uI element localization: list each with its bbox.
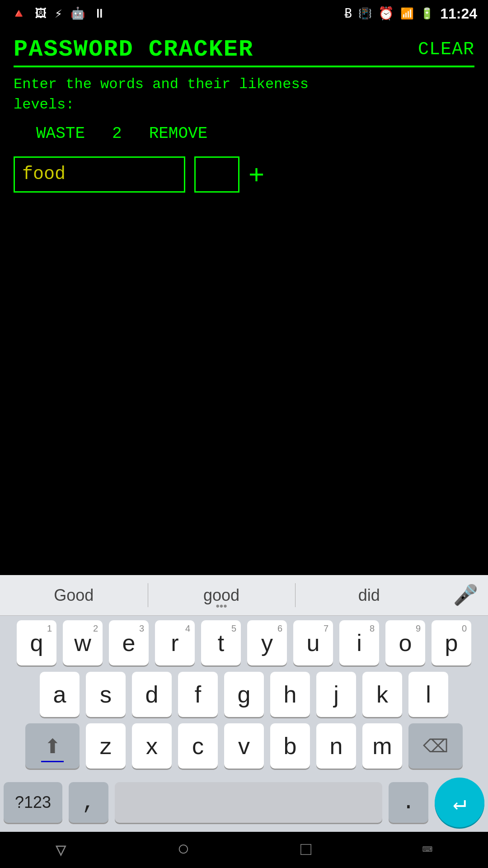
key-u[interactable]: 7 u: [293, 620, 333, 665]
key-h[interactable]: h: [270, 672, 310, 717]
key-row-2: a s d f g h j k l: [4, 672, 484, 717]
description-line2: levels:: [14, 96, 74, 113]
flash-icon: ⚡: [55, 6, 62, 21]
backspace-key[interactable]: ⌫: [408, 723, 463, 769]
key-v[interactable]: v: [224, 723, 264, 769]
vibrate-icon: 📳: [358, 7, 372, 20]
existing-number: 2: [112, 124, 122, 143]
pause-icon: ⏸: [93, 6, 106, 21]
existing-word: WASTE: [36, 124, 85, 143]
app-container: PASSWORD CRACKER CLEAR Enter the words a…: [0, 27, 488, 202]
suggestion-did[interactable]: did: [295, 575, 443, 615]
description-line1: Enter the words and their likeness: [14, 76, 309, 93]
status-bar-left: 🔺 🖼 ⚡ 🤖 ⏸: [11, 6, 106, 21]
symbols-key[interactable]: ?123: [4, 782, 62, 823]
key-rows: 1 q 2 w 3 e 4 r 5 t 6 y: [0, 616, 488, 778]
key-z[interactable]: z: [86, 723, 126, 769]
key-t[interactable]: 5 t: [201, 620, 241, 665]
suggestions-row: Good good ••• did 🎤: [0, 575, 488, 616]
mic-button[interactable]: 🎤: [443, 583, 488, 608]
clock-icon: ⏰: [378, 6, 394, 21]
back-nav-icon[interactable]: ▽: [56, 839, 66, 861]
green-divider: [14, 66, 474, 67]
app-title: PASSWORD CRACKER: [14, 36, 253, 63]
signal-icon: 📶: [400, 7, 414, 20]
keyboard-nav-icon[interactable]: ⌨: [422, 840, 432, 860]
key-a[interactable]: a: [40, 672, 80, 717]
status-time: 11:24: [440, 5, 477, 22]
key-m[interactable]: m: [362, 723, 402, 769]
key-c[interactable]: c: [178, 723, 218, 769]
status-bar-right: Ƀ 📳 ⏰ 📶 🔋 11:24: [344, 5, 477, 22]
word-input[interactable]: [14, 156, 185, 193]
key-x[interactable]: x: [132, 723, 172, 769]
input-row: +: [14, 156, 474, 193]
key-w[interactable]: 2 w: [63, 620, 103, 665]
battery-icon: 🔋: [420, 7, 434, 20]
comma-key[interactable]: ,: [69, 782, 108, 823]
status-bar: 🔺 🖼 ⚡ 🤖 ⏸ Ƀ 📳 ⏰ 📶 🔋 11:24: [0, 0, 488, 27]
key-o[interactable]: 9 o: [385, 620, 425, 665]
key-e[interactable]: 3 e: [109, 620, 149, 665]
key-i[interactable]: 8 i: [339, 620, 379, 665]
bluetooth-icon: Ƀ: [344, 6, 352, 21]
keyboard: Good good ••• did 🎤 1 q 2 w 3 e: [0, 575, 488, 832]
title-row: PASSWORD CRACKER CLEAR: [14, 36, 474, 63]
clear-button[interactable]: CLEAR: [418, 39, 474, 60]
space-key[interactable]: [115, 782, 382, 823]
key-p[interactable]: 0 p: [432, 620, 471, 665]
vlc-icon: 🔺: [11, 6, 27, 21]
image-icon: 🖼: [35, 6, 47, 21]
key-j[interactable]: j: [316, 672, 356, 717]
key-y[interactable]: 6 y: [247, 620, 287, 665]
key-g[interactable]: g: [224, 672, 264, 717]
suggestion-dots: •••: [216, 600, 227, 613]
key-k[interactable]: k: [362, 672, 402, 717]
key-d[interactable]: d: [132, 672, 172, 717]
recent-nav-icon[interactable]: □: [300, 840, 311, 860]
key-row-1: 1 q 2 w 3 e 4 r 5 t 6 y: [4, 620, 484, 665]
nav-bar: ▽ ○ □ ⌨: [0, 832, 488, 868]
word-entry-row: WASTE 2 REMOVE: [14, 124, 474, 143]
android-icon: 🤖: [70, 6, 85, 21]
key-r[interactable]: 4 r: [155, 620, 195, 665]
key-q[interactable]: 1 q: [17, 620, 56, 665]
add-button[interactable]: +: [249, 161, 264, 188]
key-s[interactable]: s: [86, 672, 126, 717]
enter-key[interactable]: ↵: [435, 778, 484, 827]
suggestion-good[interactable]: good •••: [148, 575, 296, 615]
key-f[interactable]: f: [178, 672, 218, 717]
period-key[interactable]: .: [389, 782, 428, 823]
key-n[interactable]: n: [316, 723, 356, 769]
suggestion-good-cap[interactable]: Good: [0, 575, 148, 615]
key-l[interactable]: l: [408, 672, 448, 717]
key-row-3: ⬆ z x c v b n m: [4, 723, 484, 769]
home-nav-icon[interactable]: ○: [177, 838, 190, 862]
number-input[interactable]: [194, 156, 239, 193]
key-b[interactable]: b: [270, 723, 310, 769]
description-text: Enter the words and their likeness level…: [14, 75, 474, 115]
bottom-key-row: ?123 , . ↵: [0, 778, 488, 832]
remove-button[interactable]: REMOVE: [149, 124, 208, 143]
shift-key[interactable]: ⬆: [25, 723, 80, 769]
